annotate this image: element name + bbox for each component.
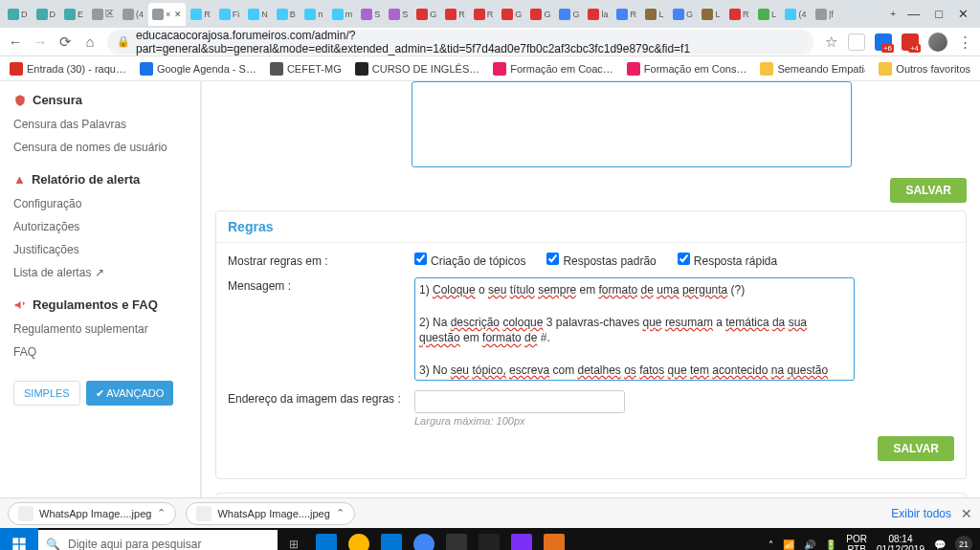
browser-tab[interactable]: L bbox=[698, 3, 724, 26]
nav-reload[interactable]: ⟳ bbox=[57, 34, 73, 50]
chevron-up-icon[interactable]: ⌃ bbox=[157, 507, 166, 519]
browser-tab[interactable]: ×✕ bbox=[148, 3, 186, 26]
browser-tab[interactable]: D bbox=[4, 3, 32, 26]
browser-tab[interactable]: R bbox=[612, 3, 640, 26]
sidebar-item-faq[interactable]: FAQ bbox=[0, 341, 200, 363]
chrome-menu[interactable]: ⋮ bbox=[957, 34, 972, 50]
extension-icon[interactable] bbox=[848, 33, 865, 51]
taskbar-app[interactable] bbox=[375, 528, 408, 550]
close-icon[interactable]: ✕ bbox=[174, 10, 182, 19]
address-bar[interactable]: 🔒 educacaocorajosa.forumeiros.com/admin/… bbox=[107, 30, 813, 55]
nav-forward[interactable]: → bbox=[33, 34, 48, 50]
bookmark-item[interactable]: CURSO DE INGLÊS… bbox=[355, 62, 479, 76]
browser-tab[interactable]: G bbox=[526, 3, 554, 26]
network-icon[interactable]: 📶 bbox=[783, 539, 794, 550]
browser-tab[interactable]: R bbox=[441, 3, 469, 26]
image-url-input[interactable] bbox=[414, 390, 625, 413]
browser-tab[interactable]: n bbox=[301, 3, 327, 26]
start-button[interactable] bbox=[0, 528, 38, 550]
chevron-up-icon[interactable]: ⌃ bbox=[336, 507, 345, 519]
browser-tab[interactable]: G bbox=[412, 3, 440, 26]
download-chip[interactable]: WhatsApp Image....jpeg ⌃ bbox=[8, 502, 176, 525]
file-icon bbox=[196, 506, 212, 521]
rules-checkbox[interactable]: Criação de tópicos bbox=[414, 253, 525, 268]
save-button[interactable]: SALVAR bbox=[890, 178, 967, 203]
notifications-icon[interactable]: 💬 bbox=[934, 539, 946, 550]
sidebar-item-autorizacoes[interactable]: Autorizações bbox=[0, 215, 200, 238]
window-maximize[interactable]: □ bbox=[935, 7, 943, 21]
browser-tab[interactable]: 区 bbox=[88, 3, 118, 26]
browser-tab[interactable]: G bbox=[669, 3, 697, 26]
tray-chevron-icon[interactable]: ˄ bbox=[768, 539, 773, 550]
browser-tab[interactable]: (4 bbox=[119, 3, 147, 26]
download-chip[interactable]: WhatsApp Image....jpeg ⌃ bbox=[186, 502, 354, 525]
system-tray[interactable]: ˄ 📶 🔊 🔋 PORPTB 08:1401/12/2019 💬 21 bbox=[761, 534, 980, 550]
browser-tab[interactable]: N bbox=[244, 3, 272, 26]
nav-back[interactable]: ← bbox=[8, 34, 23, 50]
svg-rect-1 bbox=[20, 538, 26, 543]
taskbar-app[interactable] bbox=[440, 528, 473, 550]
bookmark-item[interactable]: Formação em Coac… bbox=[493, 62, 613, 76]
mode-advanced-button[interactable]: ✔ AVANÇADO bbox=[86, 381, 174, 406]
browser-tab[interactable]: la bbox=[584, 3, 612, 26]
browser-tab[interactable]: m bbox=[328, 3, 357, 26]
bullhorn-icon bbox=[13, 298, 27, 312]
taskbar-app[interactable] bbox=[505, 528, 538, 550]
taskbar-app[interactable] bbox=[473, 528, 505, 550]
new-tab-button[interactable]: + bbox=[880, 3, 906, 26]
other-bookmarks[interactable]: Outros favoritos bbox=[879, 62, 970, 76]
browser-tab[interactable]: S bbox=[357, 3, 384, 26]
browser-tab[interactable]: R bbox=[187, 3, 214, 26]
browser-tab[interactable]: E bbox=[60, 3, 87, 26]
sidebar-item-censura-nomes[interactable]: Censura de nomes de usuário bbox=[0, 136, 200, 159]
browser-tab[interactable]: |f bbox=[811, 3, 837, 26]
description-textarea[interactable] bbox=[412, 81, 852, 167]
extension-icon[interactable]: +6 bbox=[875, 33, 892, 51]
browser-tab[interactable]: Fi bbox=[215, 3, 244, 26]
browser-tab[interactable]: B bbox=[273, 3, 300, 26]
sidebar-item-justificacoes[interactable]: Justificações bbox=[0, 238, 200, 261]
sidebar-item-regulamento[interactable]: Regulamento suplementar bbox=[0, 318, 200, 341]
bookmark-item[interactable]: CEFET-MG bbox=[270, 62, 342, 76]
save-button[interactable]: SALVAR bbox=[878, 436, 954, 461]
bookmark-star[interactable]: ☆ bbox=[823, 34, 838, 50]
browser-tab[interactable]: R bbox=[725, 3, 753, 26]
browser-tab[interactable]: (4 bbox=[781, 3, 810, 26]
rules-checkbox[interactable]: Resposta rápida bbox=[678, 253, 777, 268]
sidebar-item-censura-palavras[interactable]: Censura das Palavras bbox=[0, 113, 200, 136]
taskbar-app[interactable] bbox=[343, 528, 375, 550]
downloads-show-all[interactable]: Exibir todos bbox=[891, 507, 951, 520]
taskbar-app[interactable] bbox=[310, 528, 343, 550]
browser-tab[interactable]: S bbox=[385, 3, 412, 26]
battery-icon[interactable]: 🔋 bbox=[825, 539, 836, 550]
sidebar-item-config[interactable]: Configuração bbox=[0, 192, 200, 215]
browser-tab[interactable]: G bbox=[498, 3, 525, 26]
message-textarea[interactable]: 1) Coloque o seu título sempre em format… bbox=[414, 277, 855, 381]
mode-simple-button[interactable]: SIMPLES bbox=[13, 381, 80, 406]
bookmark-item[interactable]: Google Agenda - S… bbox=[140, 62, 256, 76]
downloads-close[interactable]: ✕ bbox=[961, 506, 972, 521]
taskbar-search[interactable]: 🔍 Digite aqui para pesquisar bbox=[38, 530, 278, 550]
taskbar-app[interactable] bbox=[408, 528, 440, 550]
nav-home[interactable]: ⌂ bbox=[82, 34, 98, 50]
profile-avatar[interactable] bbox=[928, 33, 947, 52]
browser-tab[interactable]: R bbox=[470, 3, 498, 26]
browser-tab[interactable]: L bbox=[641, 3, 668, 26]
alert-icon: ▲ bbox=[13, 172, 26, 187]
browser-tab[interactable]: D bbox=[33, 3, 60, 26]
extension-icon[interactable]: +4 bbox=[902, 33, 919, 51]
browser-tab[interactable]: L bbox=[753, 3, 780, 26]
bookmark-item[interactable]: Semeando Empatia bbox=[760, 62, 865, 76]
taskbar-app[interactable] bbox=[538, 528, 570, 550]
volume-icon[interactable]: 🔊 bbox=[804, 539, 815, 550]
bookmark-item[interactable]: Formação em Cons… bbox=[627, 62, 747, 76]
browser-tab[interactable]: G bbox=[555, 3, 583, 26]
bookmark-icon bbox=[270, 62, 283, 76]
task-view[interactable]: ⊞ bbox=[278, 528, 310, 550]
bookmark-icon bbox=[355, 62, 368, 76]
window-minimize[interactable]: — bbox=[907, 7, 920, 21]
rules-checkbox[interactable]: Respostas padrão bbox=[546, 253, 656, 268]
bookmark-item[interactable]: Entrada (30) - raqu… bbox=[10, 62, 126, 76]
window-close[interactable]: ✕ bbox=[958, 7, 969, 21]
sidebar-item-lista-alertas[interactable]: Lista de alertas ↗ bbox=[0, 261, 200, 284]
